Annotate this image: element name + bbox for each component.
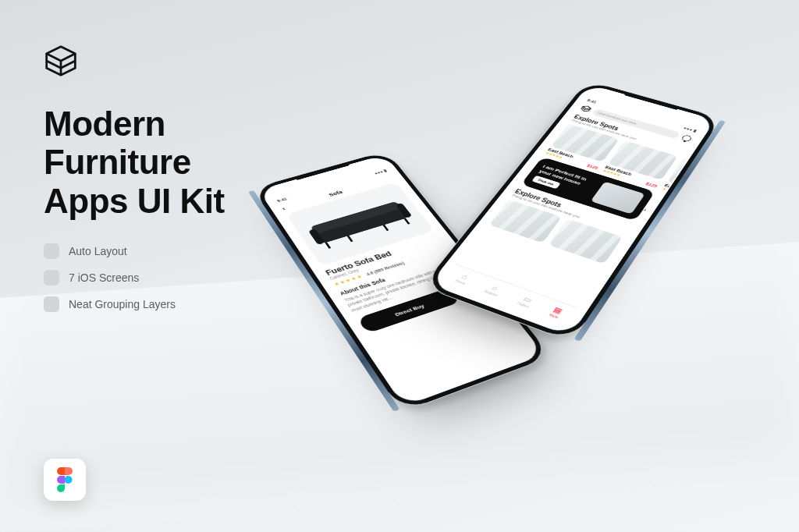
feature-label: Auto Layout xyxy=(69,245,127,257)
feature-label: 7 iOS Screens xyxy=(69,271,139,284)
tab-orders[interactable]: ▭Orders xyxy=(517,294,535,309)
tab-more[interactable]: ▦More xyxy=(549,305,564,319)
notifications-icon[interactable] xyxy=(680,134,692,142)
figma-icon xyxy=(56,467,73,492)
feature-item: Auto Layout xyxy=(44,243,325,259)
status-indicators: ●●● ▮ xyxy=(374,168,389,176)
status-time: 9:41 xyxy=(586,98,598,105)
app-logo-icon[interactable] xyxy=(578,105,592,114)
spot-thumb xyxy=(667,158,714,199)
headline-line: Modern xyxy=(44,105,165,143)
banner-image xyxy=(591,182,645,215)
spot-name: Ea xyxy=(664,183,714,204)
svg-marker-0 xyxy=(47,47,76,61)
feature-bullet-icon xyxy=(44,296,59,312)
headline-line: Furniture xyxy=(44,143,191,181)
feature-item: Neat Grouping Layers xyxy=(44,296,325,312)
direct-buy-label: Direct Buy xyxy=(394,303,426,317)
brand-logo-icon xyxy=(44,44,78,78)
status-indicators: ●●● ▮ xyxy=(683,126,698,133)
feature-bullet-icon xyxy=(44,243,59,259)
page-title: Sofa xyxy=(328,190,344,197)
tab-home[interactable]: ⌂Home xyxy=(455,271,472,285)
headline-line: Apps UI Kit xyxy=(44,182,225,220)
spot-price: $1 xyxy=(712,202,713,207)
svg-point-2 xyxy=(65,476,73,484)
status-time: 9:41 xyxy=(276,197,288,204)
tab-explore[interactable]: ⌕Explore xyxy=(484,282,503,297)
back-button[interactable]: ‹ xyxy=(280,205,286,211)
figma-badge xyxy=(44,459,86,501)
feature-item: 7 iOS Screens xyxy=(44,270,325,286)
stars-icon: ★★★ xyxy=(662,186,675,193)
feature-label: Neat Grouping Layers xyxy=(69,298,176,310)
sofa-illustration-icon xyxy=(303,196,417,251)
feature-bullet-icon xyxy=(44,270,59,286)
